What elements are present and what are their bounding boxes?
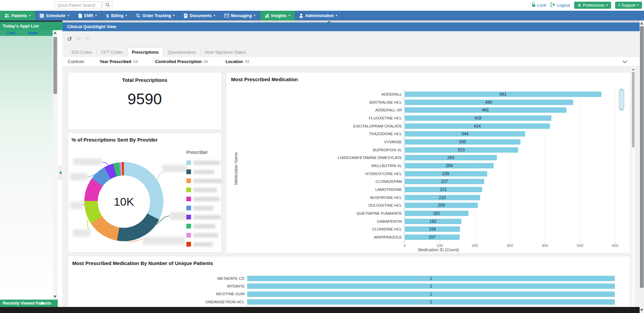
menu-item-label: Billing	[111, 13, 124, 18]
sidebar-scrollbar-thumb[interactable]	[53, 37, 57, 94]
recently-viewed-bar[interactable]: Recently Viewed Patients	[0, 300, 58, 307]
sheet-scrollbar-thumb[interactable]	[632, 72, 635, 148]
scroll-up-icon[interactable]	[640, 22, 643, 24]
legend-item[interactable]	[186, 242, 222, 247]
main-scrollbar[interactable]	[640, 20, 644, 313]
scroll-down-icon[interactable]	[53, 296, 57, 298]
x-axis-tick	[475, 241, 475, 243]
caret-down-icon: ▾	[95, 14, 97, 17]
redo-icon[interactable]: ↷	[85, 37, 89, 42]
legend-swatch	[186, 215, 191, 219]
bar-value-label: 209	[438, 203, 445, 208]
legend-item[interactable]	[186, 188, 222, 192]
chevron-down-icon[interactable]	[622, 59, 628, 65]
category-label: GABAPENTIN	[226, 219, 405, 223]
caret-down-icon: ▾	[126, 14, 127, 17]
menu-item-scheduler[interactable]: Scheduler▾	[35, 11, 74, 20]
main-scrollbar-thumb[interactable]	[640, 26, 644, 288]
legend-item[interactable]	[186, 160, 222, 165]
x-tick-label: 600	[612, 244, 618, 248]
legend-item[interactable]	[186, 233, 222, 238]
filter-location[interactable]: LocationAll	[226, 59, 249, 64]
scroll-up-icon[interactable]	[53, 32, 57, 34]
preferences-button[interactable]: ⚙ Preferences ▾	[574, 2, 611, 9]
bar-row: ADDERALL561	[226, 90, 615, 98]
sheet-scrollbar[interactable]	[631, 67, 635, 313]
category-label: NICOTINE GUM	[68, 292, 247, 296]
category-label: CLONIDINE HCL	[226, 227, 405, 231]
undo-icon[interactable]: ↶	[76, 37, 81, 42]
category-label: BUSPIRONE HCL	[226, 196, 405, 200]
legend-item[interactable]	[186, 178, 222, 183]
bar-row: MYDAYIS1	[68, 282, 619, 290]
bar-row: GABAPENTIN162	[226, 217, 615, 225]
bar-area: 162	[405, 217, 615, 225]
filter-value: All	[203, 59, 208, 64]
redacted-label	[170, 212, 187, 220]
x-tick-label: 0	[404, 244, 406, 248]
bar-area: 1	[247, 290, 615, 298]
menu-item-administration[interactable]: Administration▾	[295, 11, 342, 20]
caret-down-icon: ▾	[336, 14, 337, 17]
donut-legend	[186, 160, 222, 247]
legend-item[interactable]	[186, 206, 222, 210]
bar-row: HYDROXYZINE HCL235	[226, 170, 615, 178]
menu-item-patients[interactable]: Patients▾	[0, 11, 35, 20]
menu-item-documents[interactable]: Documents▾	[179, 11, 220, 20]
caret-down-icon: ▾	[637, 4, 639, 7]
tab-note-signature-status[interactable]: Note Signature Status	[201, 48, 250, 57]
filter-name: Year Prescribed	[99, 59, 131, 64]
menu-item-billing[interactable]: $Billing▾	[101, 11, 132, 20]
logout-button[interactable]: Logout	[550, 2, 570, 8]
legend-item[interactable]	[186, 169, 222, 174]
legend-item[interactable]	[186, 215, 222, 219]
caret-down-icon: ▾	[173, 14, 175, 17]
preferences-label: Preferences	[583, 3, 605, 8]
main-menu-bar: Patients▾Scheduler▾EMR▾$Billing▾Order Tr…	[0, 11, 644, 20]
expand-up-icon[interactable]	[40, 302, 44, 304]
bar-area: 480	[405, 98, 615, 106]
tab-icd-codes[interactable]: ICD Codes	[67, 48, 96, 57]
legend-swatch	[186, 242, 191, 247]
legend-item[interactable]	[186, 197, 222, 201]
appt-list-column-headers: Time Name	[0, 30, 53, 36]
lock-button[interactable]: Lock	[532, 2, 546, 8]
caret-down-icon: ▾	[289, 14, 290, 17]
reset-icon[interactable]: ↺	[67, 36, 72, 42]
bar-area: 209	[405, 201, 615, 209]
tab-questionnaires[interactable]: Questionnaires	[163, 48, 200, 57]
tab-prescriptions[interactable]: Prescriptions	[127, 48, 164, 57]
menu-item-label: Administration	[305, 13, 334, 18]
lock-icon	[532, 2, 536, 8]
menu-item-messaging[interactable]: Messaging▾	[220, 11, 260, 20]
sidebar-collapse-button[interactable]	[58, 165, 62, 180]
tab-cpt-codes[interactable]: CPT Codes	[97, 48, 127, 57]
scroll-down-icon[interactable]	[640, 309, 643, 311]
legend-swatch	[186, 224, 191, 228]
menu-item-emr[interactable]: EMR▾	[74, 11, 101, 20]
bar-area: 215	[405, 194, 615, 202]
scroll-up-icon[interactable]	[632, 68, 635, 70]
caret-down-icon: ▾	[254, 14, 256, 17]
bar-area: 221	[405, 186, 615, 194]
menu-item-insights[interactable]: Insights▾	[260, 11, 295, 20]
support-button[interactable]: i Support ▾	[615, 2, 642, 9]
filter-controlled-prescription[interactable]: Controlled PrescriptionAll	[155, 59, 208, 64]
search-button[interactable]	[102, 1, 112, 9]
menu-item-order-tracking[interactable]: Order Tracking▾	[132, 11, 179, 20]
legend-item[interactable]	[186, 224, 222, 228]
svg-text:$: $	[106, 13, 109, 18]
bar-row: METADATE CD1	[68, 274, 619, 282]
x-axis-tick	[405, 241, 405, 243]
bar-row: VYVANSE330	[226, 138, 615, 146]
bar-area: 1	[247, 282, 615, 290]
search-input[interactable]	[55, 1, 101, 9]
bar-value-label: 221	[440, 187, 447, 192]
bar-value-label: 227	[441, 179, 448, 184]
sidebar-scrollbar[interactable]	[53, 30, 58, 300]
category-label: VYVANSE	[226, 140, 405, 144]
donut-chart[interactable]: 10K	[84, 162, 164, 241]
chart-scrollbar-pill[interactable]	[619, 89, 624, 111]
filter-year-prescribed[interactable]: Year PrescribedAll	[99, 59, 137, 64]
x-tick-label: 400	[542, 244, 548, 248]
